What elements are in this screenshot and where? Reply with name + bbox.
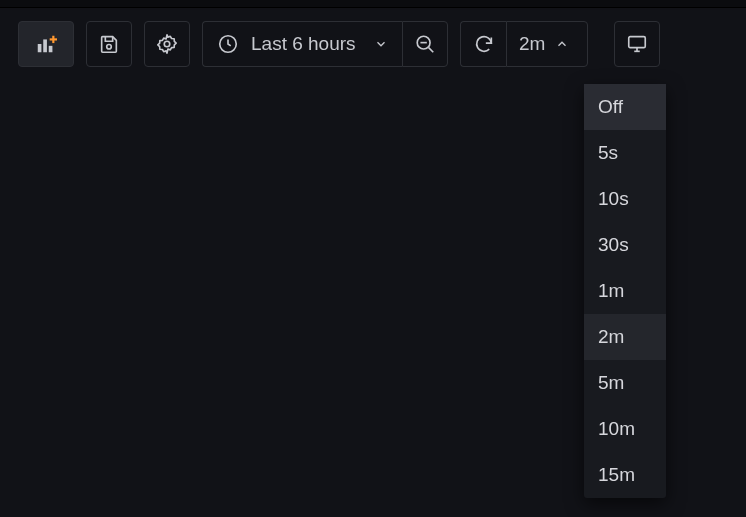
refresh-option-5s[interactable]: 5s (584, 130, 666, 176)
chevron-down-icon (374, 37, 388, 51)
refresh-option-2m[interactable]: 2m (584, 314, 666, 360)
bar-chart-plus-icon (35, 33, 57, 55)
zoom-out-icon (414, 33, 436, 55)
dashboard-settings-button[interactable] (144, 21, 190, 67)
svg-line-10 (429, 48, 434, 53)
refresh-group: 2m (460, 21, 588, 67)
gear-icon (156, 33, 178, 55)
chevron-up-icon (555, 37, 569, 51)
refresh-option-30s[interactable]: 30s (584, 222, 666, 268)
refresh-option-15m[interactable]: 15m (584, 452, 666, 498)
refresh-interval-button[interactable]: 2m (506, 21, 588, 67)
clock-icon (217, 33, 239, 55)
time-range-label: Last 6 hours (251, 33, 362, 55)
svg-point-6 (164, 41, 170, 47)
refresh-option-10m[interactable]: 10m (584, 406, 666, 452)
svg-point-5 (107, 44, 112, 49)
refresh-interval-dropdown: Off 5s 10s 30s 1m 2m 5m 10m 15m (584, 84, 666, 498)
refresh-option-off[interactable]: Off (584, 84, 666, 130)
refresh-option-1m[interactable]: 1m (584, 268, 666, 314)
time-range-picker-button[interactable]: Last 6 hours (202, 21, 402, 67)
svg-rect-2 (49, 46, 53, 52)
svg-rect-0 (38, 44, 42, 52)
window-top-divider (0, 0, 746, 8)
dashboard-toolbar: Last 6 hours 2m (0, 8, 746, 80)
zoom-out-time-button[interactable] (402, 21, 448, 67)
time-range-group: Last 6 hours (202, 21, 448, 67)
refresh-icon (473, 33, 495, 55)
refresh-interval-label: 2m (519, 33, 545, 55)
refresh-dashboard-button[interactable] (460, 21, 506, 67)
svg-rect-11 (629, 37, 646, 48)
monitor-icon (626, 33, 648, 55)
refresh-option-10s[interactable]: 10s (584, 176, 666, 222)
svg-rect-1 (43, 39, 47, 52)
cycle-view-mode-button[interactable] (614, 21, 660, 67)
refresh-option-5m[interactable]: 5m (584, 360, 666, 406)
save-icon (98, 33, 120, 55)
add-panel-button[interactable] (18, 21, 74, 67)
save-dashboard-button[interactable] (86, 21, 132, 67)
